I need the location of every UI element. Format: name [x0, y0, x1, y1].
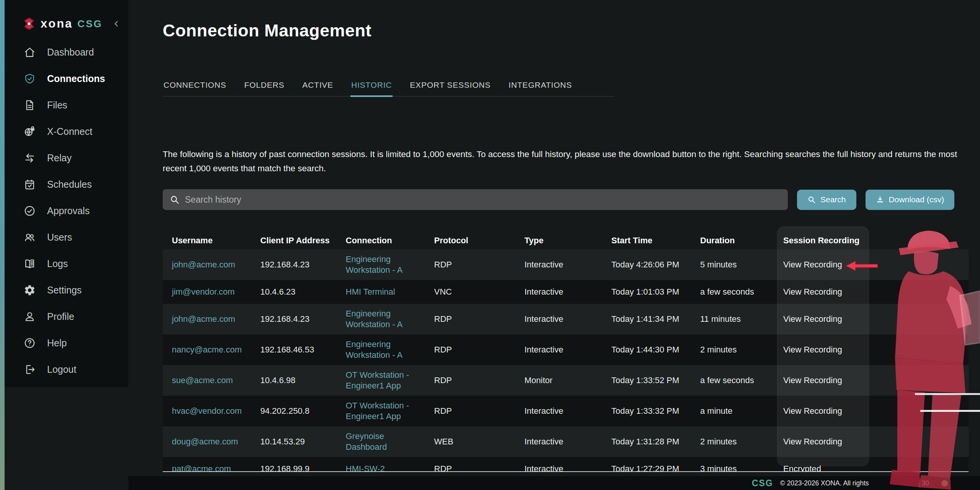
view-recording-link[interactable]: View Recording	[783, 314, 959, 324]
cell-username[interactable]: pat@acme.com	[172, 464, 260, 472]
sidebar-nav: DashboardConnectionsFilesX-ConnectRelayS…	[5, 39, 128, 303]
cell-client-ip: 192.168.46.53	[260, 344, 346, 355]
cell-protocol: RDP	[434, 259, 524, 270]
cell-username[interactable]: doug@acme.com	[172, 436, 260, 447]
cell-type: Interactive	[524, 464, 611, 472]
tab-folders[interactable]: FOLDERS	[243, 77, 285, 96]
gear-icon	[24, 284, 36, 296]
table-row: hvac@vendor.com94.202.250.8OT Workstatio…	[163, 396, 969, 426]
search-button[interactable]: Search	[797, 190, 856, 210]
main-content: Connection Management CONNECTIONSFOLDERS…	[128, 0, 980, 476]
view-recording-link[interactable]: View Recording	[783, 287, 959, 297]
cell-client-ip: 192.168.99.9	[260, 464, 346, 472]
cell-username[interactable]: nancy@acme.com	[172, 344, 260, 355]
cell-username[interactable]: hvac@vendor.com	[172, 406, 260, 416]
search-box[interactable]	[163, 189, 788, 210]
sidebar-item-x-connect[interactable]: X-Connect	[5, 118, 128, 145]
tab-connections[interactable]: CONNECTIONS	[163, 77, 227, 96]
sidebar-item-approvals[interactable]: Approvals	[5, 198, 128, 224]
tab-historic[interactable]: HISTORIC	[350, 77, 392, 96]
cell-duration: 11 minutes	[700, 314, 783, 324]
cell-connection-link[interactable]: OT Workstation - Engineer1 App	[346, 400, 434, 422]
app-window: xona CSG DashboardConnectionsFilesX-Conn…	[0, 0, 980, 490]
sidebar-item-help[interactable]: Help	[5, 330, 128, 356]
search-input[interactable]	[185, 195, 781, 205]
sidebar-item-logout[interactable]: Logout	[5, 356, 128, 383]
view-recording-link[interactable]: Encrypted	[783, 464, 959, 472]
sidebar-item-label: Files	[47, 100, 67, 111]
cell-client-ip: 192.168.4.23	[260, 314, 346, 324]
footer-version: 30	[922, 479, 929, 487]
sidebar-item-dashboard[interactable]: Dashboard	[5, 39, 128, 66]
cell-start-time: Today 4:26:06 PM	[611, 259, 700, 270]
sidebar-footer-nav: ProfileHelpLogout	[5, 303, 128, 387]
cell-connection-link[interactable]: Engineering Workstation - A	[346, 339, 434, 361]
person-icon	[24, 311, 36, 323]
table-row: jim@vendor.com10.4.6.23HMI TerminalVNCIn…	[163, 280, 969, 304]
cell-duration: a minute	[700, 406, 783, 416]
users-icon	[24, 231, 36, 243]
cell-username[interactable]: john@acme.com	[172, 314, 260, 324]
cell-connection-link[interactable]: Engineering Workstation - A	[346, 254, 434, 275]
cell-start-time: Today 1:33:52 PM	[611, 375, 700, 386]
brand-logo: xona CSG	[5, 0, 128, 38]
table-row: sue@acme.com10.4.6.98OT Workstation - En…	[163, 365, 969, 396]
view-recording-link[interactable]: View Recording	[783, 344, 959, 355]
cell-type: Interactive	[524, 259, 611, 270]
sidebar-item-label: X-Connect	[47, 126, 92, 137]
tab-export-sessions[interactable]: EXPORT SESSIONS	[409, 77, 492, 96]
cell-username[interactable]: sue@acme.com	[172, 375, 260, 386]
column-header-duration: Duration	[700, 236, 783, 246]
cell-connection-link[interactable]: HMI Terminal	[346, 287, 434, 297]
cell-type: Interactive	[524, 314, 611, 324]
cell-protocol: RDP	[434, 314, 524, 324]
cell-connection-link[interactable]: HMI-SW-2	[346, 464, 434, 472]
cell-type: Monitor	[524, 375, 611, 386]
column-header-type: Type	[524, 236, 611, 246]
column-header-protocol: Protocol	[434, 236, 524, 246]
column-header-username: Username	[172, 236, 260, 246]
cell-username[interactable]: jim@vendor.com	[172, 287, 260, 297]
sidebar-item-connections[interactable]: Connections	[5, 66, 128, 92]
relay-arrows-icon	[24, 152, 36, 164]
history-table-zone: UsernameClient IP AddressConnectionProto…	[163, 231, 969, 472]
cell-duration: 2 minutes	[700, 344, 783, 355]
left-accent-strip	[0, 0, 5, 490]
column-header-start-time: Start Time	[611, 236, 700, 246]
cell-protocol: RDP	[434, 464, 524, 472]
sidebar-item-label: Logs	[47, 258, 68, 269]
sidebar-item-settings[interactable]: Settings	[5, 277, 128, 303]
cell-username[interactable]: john@acme.com	[172, 259, 260, 270]
sidebar-collapse-button[interactable]	[112, 19, 121, 28]
status-indicator	[941, 480, 948, 487]
sidebar: xona CSG DashboardConnectionsFilesX-Conn…	[5, 0, 128, 387]
sidebar-item-files[interactable]: Files	[5, 92, 128, 118]
tab-integrations[interactable]: INTEGRATIONS	[508, 77, 573, 96]
cell-start-time: Today 1:33:32 PM	[611, 406, 700, 416]
sidebar-item-label: Dashboard	[47, 47, 94, 58]
cell-protocol: RDP	[434, 344, 524, 355]
view-recording-link[interactable]: View Recording	[783, 406, 959, 416]
sidebar-item-logs[interactable]: Logs	[5, 251, 128, 277]
search-button-icon	[807, 195, 816, 204]
sidebar-item-schedules[interactable]: Schedules	[5, 171, 128, 198]
cell-protocol: VNC	[434, 287, 524, 297]
cell-type: Interactive	[524, 287, 611, 297]
cell-connection-link[interactable]: Greynoise Dashboard	[346, 431, 434, 452]
view-recording-link[interactable]: View Recording	[783, 436, 959, 447]
download-csv-button[interactable]: Download (csv)	[866, 190, 955, 210]
cell-duration: a few seconds	[700, 287, 783, 297]
logout-icon	[24, 364, 36, 375]
xona-logo-icon	[22, 17, 36, 31]
cell-duration: 2 minutes	[700, 436, 783, 447]
tab-active[interactable]: ACTIVE	[302, 77, 334, 96]
view-recording-link[interactable]: View Recording	[783, 375, 959, 386]
search-button-label: Search	[820, 195, 846, 204]
cell-duration: 3 minutes	[700, 464, 783, 472]
cell-connection-link[interactable]: Engineering Workstation - A	[346, 308, 434, 330]
cell-connection-link[interactable]: OT Workstation - Engineer1 App	[346, 370, 434, 391]
sidebar-item-profile[interactable]: Profile	[5, 303, 128, 330]
column-header-session-recording: Session Recording	[783, 236, 959, 246]
sidebar-item-relay[interactable]: Relay	[5, 145, 128, 171]
sidebar-item-users[interactable]: Users	[5, 224, 128, 251]
